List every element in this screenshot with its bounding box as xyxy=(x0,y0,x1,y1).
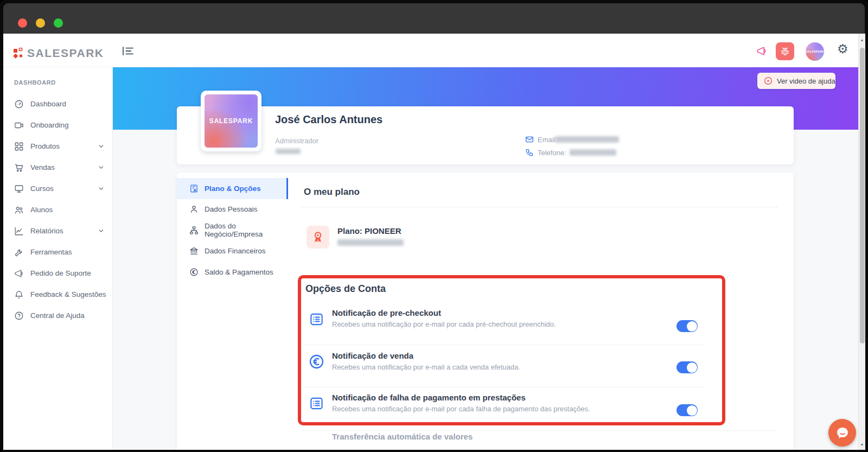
wrench-icon xyxy=(14,247,24,257)
sidebar-item-label: Dashboard xyxy=(30,100,66,108)
profile-avatar[interactable]: SALESPARK xyxy=(201,91,261,151)
profile-avatar-image: SALESPARK xyxy=(205,94,258,148)
sidebar-item-label: Alunos xyxy=(30,206,53,214)
profile-email-row: Email: xyxy=(525,135,557,144)
sidebar-item-vendas[interactable]: Vendas xyxy=(3,157,112,178)
email-label: Email: xyxy=(538,136,557,144)
medal-icon xyxy=(311,231,324,244)
maximize-window-button[interactable] xyxy=(54,18,63,28)
sidebar-item-label: Relatórios xyxy=(30,227,63,235)
scroll-up-arrow[interactable]: ▲ xyxy=(859,38,865,42)
sidebar-item-label: Feedback & Sugestões xyxy=(30,290,106,298)
row-divider xyxy=(302,345,705,345)
person-icon xyxy=(189,205,199,214)
toggle-sale-notification[interactable] xyxy=(676,361,698,373)
sidebar-item-label: Cursos xyxy=(30,184,54,193)
chart-icon xyxy=(14,226,24,236)
sidebar-collapse-icon[interactable] xyxy=(122,46,134,56)
sidebar-nav: DASHBOARD Dashboard Onboarding Produtos … xyxy=(3,67,113,450)
plan-name-label: Plano: PIONEER xyxy=(337,226,401,235)
next-option-title: Transferência automática de valores xyxy=(332,432,473,441)
redacted-plan-dates xyxy=(337,239,404,246)
salespark-logo[interactable]: SALESPARK xyxy=(13,47,104,60)
redacted-email-value xyxy=(555,136,619,143)
bug-icon xyxy=(780,47,790,56)
envelope-icon xyxy=(525,135,534,144)
sidebar-item-onboarding[interactable]: Onboarding xyxy=(3,114,112,136)
megaphone-icon xyxy=(14,269,24,278)
option-description: Recebes uma notificação por e-mail por c… xyxy=(332,320,556,328)
live-chat-button[interactable] xyxy=(828,419,856,447)
help-circle-icon xyxy=(14,311,24,321)
scrollbar-thumb[interactable] xyxy=(860,48,865,343)
video-icon xyxy=(14,120,24,130)
chat-bubble-icon xyxy=(835,425,850,441)
sidebar-item-label: Ferramentas xyxy=(30,248,72,256)
option-title: Notificação de venda xyxy=(332,351,413,360)
window-titlebar xyxy=(3,3,865,34)
chevron-down-icon xyxy=(98,185,105,192)
tab-label: Saldo & Pagamentos xyxy=(205,268,273,276)
grid-icon xyxy=(14,142,24,151)
plan-card-icon xyxy=(189,184,199,193)
option-title: Notificação de pre-checkout xyxy=(332,308,441,317)
report-bug-button[interactable] xyxy=(776,42,794,60)
chevron-down-icon xyxy=(98,227,105,234)
toggle-installment-failure-notification[interactable] xyxy=(676,404,698,416)
option-description: Recebes uma notificação por e-mail por c… xyxy=(332,405,590,413)
sidebar-item-relatorios[interactable]: Relatórios xyxy=(3,220,112,241)
sidebar-item-alunos[interactable]: Alunos xyxy=(3,199,112,220)
my-plan-title: O meu plano xyxy=(304,187,360,198)
minimize-window-button[interactable] xyxy=(36,18,45,28)
sidebar-item-label: Onboarding xyxy=(30,121,69,129)
row-divider xyxy=(302,430,778,431)
sidebar-item-ferramentas[interactable]: Ferramentas xyxy=(3,241,112,263)
checklist-icon xyxy=(309,312,324,327)
profile-role: Administrador xyxy=(275,137,318,145)
cart-icon xyxy=(14,163,24,173)
tab-label: Dados do Negócio/Empresa xyxy=(205,222,288,238)
sidebar-section-label: DASHBOARD xyxy=(14,79,112,86)
euro-circle-icon xyxy=(189,268,199,277)
sidebar-item-label: Produtos xyxy=(30,142,60,150)
chevron-down-icon xyxy=(98,143,105,150)
help-video-button[interactable]: Ver video de ajuda xyxy=(757,73,835,89)
checklist-icon xyxy=(309,396,324,411)
redacted-profile-id xyxy=(276,149,301,154)
sidebar-item-cursos[interactable]: Cursos xyxy=(3,178,112,199)
avatar-brand-text: SALESPARK xyxy=(806,50,824,53)
sidebar-item-dashboard[interactable]: Dashboard xyxy=(3,93,112,114)
account-options-highlight-box: Opções de Conta Notificação de pre-check… xyxy=(298,275,725,425)
bank-icon xyxy=(189,246,199,256)
profile-card xyxy=(177,106,794,164)
settings-gear-icon[interactable]: ⚙ xyxy=(837,43,848,55)
dashed-divider xyxy=(302,207,778,207)
browser-window: SALESPARK SALESPARK ⚙ DASHBOARD xyxy=(0,0,868,452)
salespark-logo-icon xyxy=(13,48,24,59)
tab-dados-pessoais[interactable]: Dados Pessoais xyxy=(177,199,288,220)
tab-label: Dados Financeiros xyxy=(205,247,266,255)
sidebar-item-label: Central de Ajuda xyxy=(30,311,85,320)
sidebar-item-produtos[interactable]: Produtos xyxy=(3,136,112,157)
sidebar-item-label: Pedido de Suporte xyxy=(30,269,91,277)
monitor-icon xyxy=(14,184,24,194)
plan-badge-icon-box xyxy=(307,226,329,249)
close-window-button[interactable] xyxy=(18,18,27,28)
user-avatar[interactable]: SALESPARK xyxy=(806,42,824,61)
top-navbar: SALESPARK SALESPARK ⚙ xyxy=(3,34,865,67)
account-tabs: Plano & Opções Dados Pessoais Dados do N… xyxy=(177,178,288,283)
option-description: Recebes uma notificação por e-mail a cad… xyxy=(332,363,520,371)
scroll-down-arrow[interactable]: ▼ xyxy=(859,443,865,447)
phone-icon xyxy=(525,148,534,157)
announcements-megaphone-icon[interactable] xyxy=(756,46,767,56)
tab-dados-negocio-empresa[interactable]: Dados do Negócio/Empresa xyxy=(177,220,288,241)
tab-saldo-pagamentos[interactable]: Saldo & Pagamentos xyxy=(177,262,288,283)
sidebar-item-feedback-sugestoes[interactable]: Feedback & Sugestões xyxy=(3,284,112,305)
sidebar-item-central-de-ajuda[interactable]: Central de Ajuda xyxy=(3,305,112,326)
tab-dados-financeiros[interactable]: Dados Financeiros xyxy=(177,241,288,262)
sidebar-item-pedido-de-suporte[interactable]: Pedido de Suporte xyxy=(3,263,112,284)
vertical-scrollbar[interactable]: ▲ ▼ xyxy=(858,34,865,450)
option-title: Notificação de falha de pagamento em pre… xyxy=(332,393,526,402)
toggle-pre-checkout-notification[interactable] xyxy=(676,320,698,332)
tab-plano-opcoes[interactable]: Plano & Opções xyxy=(177,178,288,199)
